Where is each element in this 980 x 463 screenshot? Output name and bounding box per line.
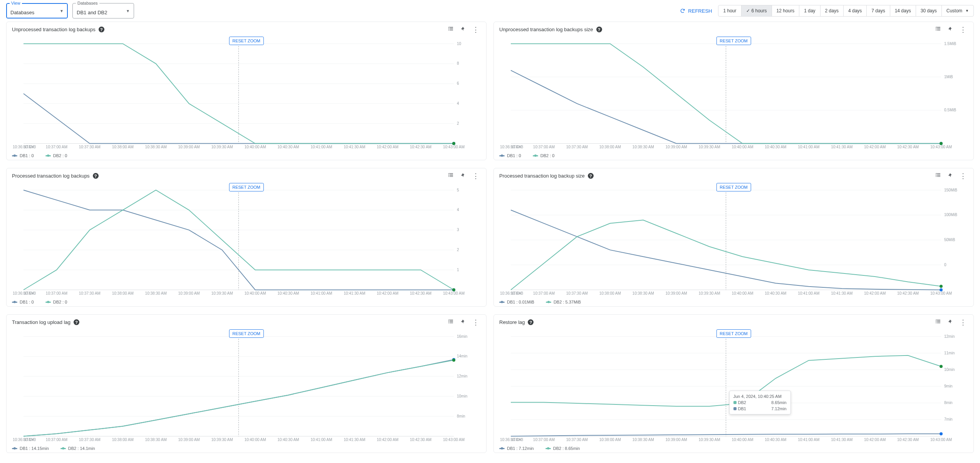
legend-item[interactable]: DB2 : 0 — [45, 153, 67, 158]
pushpin-icon[interactable] — [946, 26, 953, 33]
reset-zoom-button[interactable]: RESET ZOOM — [229, 37, 264, 45]
help-icon[interactable]: ? — [74, 319, 79, 325]
legend-swatch — [45, 155, 51, 156]
legend-item[interactable]: DB1 : 7.12min — [499, 446, 534, 451]
svg-text:10:41:30 AM: 10:41:30 AM — [344, 291, 365, 295]
legend-icon[interactable] — [935, 172, 941, 179]
svg-text:10:42:00 AM: 10:42:00 AM — [377, 438, 398, 442]
svg-text:10:42:30 AM: 10:42:30 AM — [897, 438, 919, 442]
legend-item[interactable]: DB1 : 14.15min — [12, 446, 49, 451]
time-range-chip[interactable]: 12 hours — [772, 5, 799, 16]
chart-card: Unprocessed transaction log backups?⋮RES… — [6, 22, 487, 160]
svg-text:10:40:00 AM: 10:40:00 AM — [244, 291, 266, 295]
chart-tooltip: Jun 4, 2024, 10:40:25 AMDB28.65minDB17.1… — [729, 391, 791, 414]
reset-zoom-button[interactable]: RESET ZOOM — [229, 329, 264, 338]
pushpin-icon[interactable] — [946, 172, 953, 179]
help-icon[interactable]: ? — [528, 319, 534, 325]
help-icon[interactable]: ? — [93, 173, 99, 179]
plot-area[interactable]: 150MiB100MiB50MiB0UTC+310:36:30 AM10:37:… — [499, 185, 968, 297]
reset-zoom-button[interactable]: RESET ZOOM — [716, 183, 751, 191]
plot-area[interactable]: 1.5MiB1MiB0.5MiBUTC+310:36:30 AM10:37:00… — [499, 39, 968, 151]
legend-item[interactable]: DB2 : 8.65min — [545, 446, 580, 451]
legend-label: DB1 : 0 — [20, 153, 34, 158]
time-range-chip[interactable]: 30 days — [916, 5, 941, 16]
chart-actions: ⋮ — [448, 26, 481, 33]
legend-icon[interactable] — [935, 26, 941, 33]
refresh-button[interactable]: REFRESH — [676, 5, 716, 16]
legend-item[interactable]: DB1 : 0.01MiB — [499, 300, 534, 304]
legend-icon[interactable] — [935, 319, 941, 326]
svg-text:10:41:00 AM: 10:41:00 AM — [798, 291, 819, 295]
time-range-label: 1 day — [804, 8, 815, 13]
svg-point-138 — [452, 359, 455, 362]
svg-text:10:38:30 AM: 10:38:30 AM — [145, 291, 167, 295]
reset-zoom-button[interactable]: RESET ZOOM — [716, 37, 751, 45]
chart-title: Unprocessed transaction log backups — [12, 27, 96, 32]
svg-text:10min: 10min — [944, 367, 955, 372]
time-range-chip[interactable]: 2 days — [820, 5, 843, 16]
pushpin-icon[interactable] — [459, 319, 465, 326]
svg-text:10:40:00 AM: 10:40:00 AM — [244, 145, 266, 149]
svg-text:10:37:00 AM: 10:37:00 AM — [533, 438, 555, 442]
chart-legend: DB1 : 7.12minDB2 : 8.65min — [499, 444, 968, 451]
view-select[interactable]: View Databases ▼ — [6, 3, 68, 18]
legend-item[interactable]: DB1 : 0 — [12, 300, 34, 304]
time-range-chip[interactable]: 1 day — [799, 5, 820, 16]
plot-area[interactable]: 54321UTC+310:36:30 AM10:37:00 AM10:37:30… — [12, 185, 481, 297]
legend-item[interactable]: DB2 : 14.1min — [60, 446, 95, 451]
time-range-label: Custom — [946, 8, 962, 13]
reset-zoom-button[interactable]: RESET ZOOM — [229, 183, 264, 191]
legend-item[interactable]: DB2 : 0 — [45, 300, 67, 304]
svg-text:10:38:30 AM: 10:38:30 AM — [145, 145, 167, 149]
legend-icon[interactable] — [448, 319, 454, 326]
legend-item[interactable]: DB2 : 0 — [533, 153, 555, 158]
legend-icon[interactable] — [448, 172, 454, 179]
svg-text:10:41:00 AM: 10:41:00 AM — [310, 145, 332, 149]
legend-item[interactable]: DB1 : 0 — [499, 153, 521, 158]
svg-text:10min: 10min — [457, 394, 467, 398]
legend-label: DB2 : 14.1min — [68, 446, 95, 451]
help-icon[interactable]: ? — [588, 173, 594, 179]
time-range-chip[interactable]: 14 days — [890, 5, 916, 16]
plot-area[interactable]: 12min11min10min9min8min7minUTC+310:36:30… — [499, 331, 968, 444]
time-range-chip[interactable]: 1 hour — [718, 5, 741, 16]
plot-area[interactable]: 16min14min12min10min8minUTC+310:36:30 AM… — [12, 331, 481, 444]
svg-text:10:39:00 AM: 10:39:00 AM — [666, 291, 687, 295]
time-range-chip[interactable]: 4 days — [843, 5, 866, 16]
chart-legend: DB1 : 0.01MiBDB2 : 5.37MiB — [499, 297, 968, 304]
time-range-chip[interactable]: ✓6 hours — [741, 5, 772, 16]
databases-select[interactable]: Databases DB1 and DB2 ▼ — [72, 3, 134, 18]
time-range-chip[interactable]: Custom▼ — [941, 5, 973, 16]
legend-label: DB2 : 8.65min — [553, 446, 580, 451]
legend-item[interactable]: DB1 : 0 — [12, 153, 34, 158]
svg-text:100MiB: 100MiB — [944, 213, 957, 217]
svg-text:10:38:30 AM: 10:38:30 AM — [145, 438, 167, 442]
help-icon[interactable]: ? — [99, 27, 104, 32]
svg-text:10:42:00 AM: 10:42:00 AM — [864, 291, 886, 295]
svg-text:10:38:30 AM: 10:38:30 AM — [633, 438, 654, 442]
svg-text:1MiB: 1MiB — [944, 75, 953, 79]
svg-point-168 — [940, 432, 943, 435]
legend-item[interactable]: DB2 : 5.37MiB — [546, 300, 581, 304]
plot-area[interactable]: 108642UTC+310:36:30 AM10:37:00 AM10:37:3… — [12, 39, 481, 151]
svg-text:10:38:00 AM: 10:38:00 AM — [112, 291, 134, 295]
svg-text:1.5MiB: 1.5MiB — [944, 42, 956, 46]
svg-text:10:36:30 AM: 10:36:30 AM — [500, 291, 522, 295]
pushpin-icon[interactable] — [946, 319, 953, 326]
chart-card: Unprocessed transaction log backups size… — [493, 22, 974, 160]
chevron-down-icon: ▼ — [965, 9, 969, 13]
help-icon[interactable]: ? — [596, 27, 602, 32]
svg-text:10:37:30 AM: 10:37:30 AM — [566, 438, 588, 442]
legend-label: DB2 : 0 — [53, 300, 67, 304]
time-range-label: 1 hour — [723, 8, 736, 13]
time-range-chips: 1 hour✓6 hours12 hours1 day2 days4 days7… — [718, 5, 974, 17]
pushpin-icon[interactable] — [459, 172, 465, 179]
svg-text:4: 4 — [457, 101, 459, 106]
svg-text:10:38:00 AM: 10:38:00 AM — [599, 438, 621, 442]
reset-zoom-button[interactable]: RESET ZOOM — [716, 329, 751, 338]
pushpin-icon[interactable] — [459, 26, 465, 33]
svg-point-28 — [452, 142, 455, 145]
time-range-chip[interactable]: 7 days — [866, 5, 889, 16]
legend-icon[interactable] — [448, 26, 454, 33]
chart-legend: DB1 : 0DB2 : 0 — [12, 151, 481, 158]
